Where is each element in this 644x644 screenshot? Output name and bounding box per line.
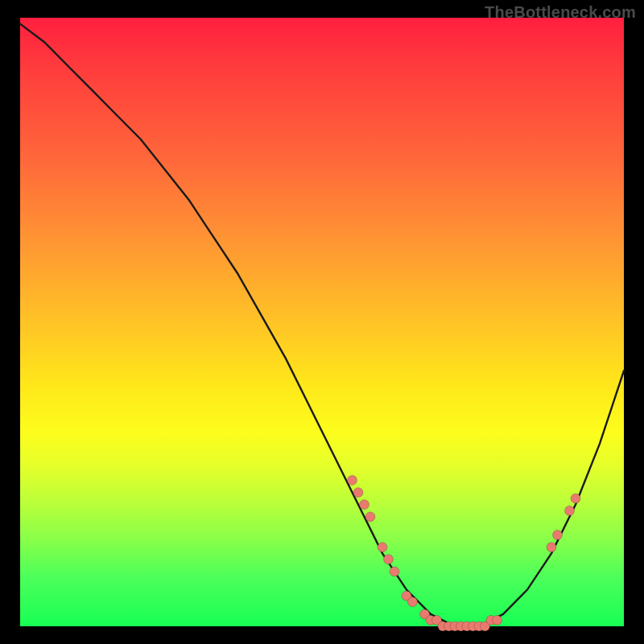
data-point bbox=[353, 488, 363, 497]
data-point bbox=[571, 493, 580, 503]
data-point bbox=[378, 543, 387, 552]
data-point bbox=[547, 543, 556, 552]
data-point bbox=[493, 615, 502, 625]
chart-overlay bbox=[0, 0, 644, 644]
data-point bbox=[348, 476, 357, 485]
watermark-text: TheBottleneck.com bbox=[485, 3, 636, 22]
data-point bbox=[360, 500, 369, 510]
data-point bbox=[365, 512, 375, 522]
data-point bbox=[390, 567, 399, 576]
data-point bbox=[408, 597, 418, 607]
chart-container: TheBottleneck.com bbox=[0, 0, 644, 644]
bottleneck-curve bbox=[20, 24, 624, 626]
data-point bbox=[553, 530, 563, 540]
data-point bbox=[384, 555, 394, 564]
data-point bbox=[565, 506, 575, 515]
